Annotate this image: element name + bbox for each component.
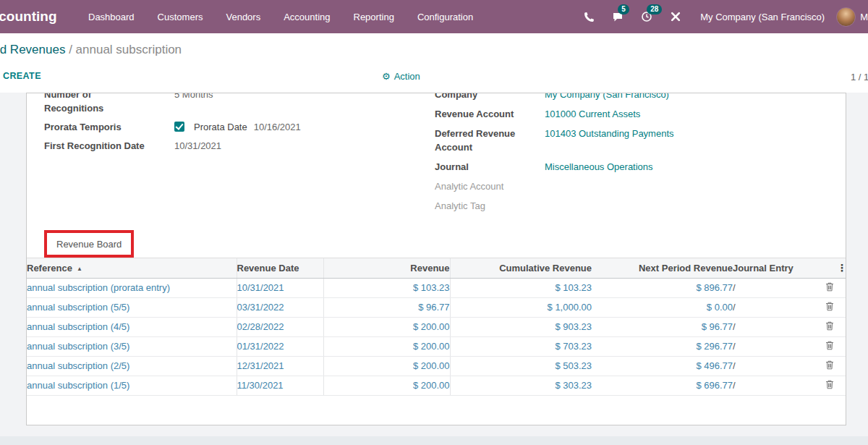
cell-revenue: $ 200.00 — [323, 317, 450, 336]
field-value: 5 Months — [174, 93, 213, 115]
activities-clock-icon[interactable]: 28 — [640, 10, 653, 23]
trash-icon[interactable] — [825, 360, 834, 372]
cell-revenue: $ 200.00 — [323, 376, 450, 395]
cell-revenue: $ 103.23 — [323, 278, 450, 297]
field-label: Prorata Temporis — [44, 120, 153, 134]
cell-reference[interactable]: annual subscription (3/5) — [27, 336, 237, 356]
cell-reference[interactable]: annual subscription (2/5) — [27, 356, 237, 376]
revenue-table-body: annual subscription (prorata entry) 10/3… — [27, 278, 846, 395]
field-analytic-account: Analytic Account — [435, 179, 828, 193]
tab-revenue-board[interactable]: Revenue Board — [56, 239, 122, 250]
form-sheet: Number of Recognitions 5 Months Prorata … — [26, 93, 846, 425]
table-row[interactable]: annual subscription (3/5) 01/31/2022 $ 2… — [27, 336, 846, 356]
field-label: Company — [435, 93, 518, 101]
cell-revenue: $ 96.77 — [323, 297, 450, 317]
topbar-menu-item[interactable]: Customers — [146, 12, 215, 22]
cell-revenue: $ 200.00 — [323, 336, 450, 356]
cell-reference[interactable]: annual subscription (1/5) — [27, 376, 237, 395]
field-label: Number of Recognitions — [44, 93, 153, 115]
app-brand[interactable]: Accounting — [0, 9, 61, 25]
cell-journal-entry: / — [733, 336, 812, 356]
cell-journal-entry: / — [733, 376, 812, 395]
table-header-row: Reference▲ Revenue Date Revenue Cumulati… — [27, 258, 846, 278]
table-row[interactable]: annual subscription (prorata entry) 10/3… — [27, 278, 846, 297]
cell-delete — [812, 278, 846, 297]
topbar-menu-item[interactable]: Vendors — [214, 12, 272, 22]
cell-journal-entry: / — [733, 356, 812, 376]
content-area: Number of Recognitions 5 Months Prorata … — [0, 93, 868, 445]
column-header-journal-entry[interactable]: Journal Entry — [733, 258, 812, 278]
table-row[interactable]: annual subscription (5/5) 03/31/2022 $ 9… — [27, 297, 846, 317]
cell-cumulative-revenue: $ 303.23 — [450, 376, 592, 395]
horizontal-scrollbar[interactable] — [0, 436, 868, 445]
table-row[interactable]: annual subscription (2/5) 12/31/2021 $ 2… — [27, 356, 846, 376]
cell-reference[interactable]: annual subscription (4/5) — [27, 317, 237, 336]
trash-icon[interactable] — [825, 282, 834, 294]
form-group-right: Company My Company (San Francisco) Reven… — [435, 93, 828, 219]
company-switcher[interactable]: My Company (San Francisco) — [700, 12, 825, 22]
tools-icon[interactable] — [669, 10, 682, 23]
topbar-menu-item[interactable]: Dashboard — [77, 12, 146, 22]
kebab-icon: ⋮ — [837, 262, 846, 274]
user-avatar[interactable] — [836, 7, 856, 27]
cell-revenue-date: 11/30/2021 — [237, 376, 323, 395]
create-button[interactable]: CREATE — [3, 71, 41, 81]
activities-badge: 28 — [647, 4, 662, 14]
topbar-menu-item[interactable]: Accounting — [272, 12, 341, 22]
cell-revenue-date: 02/28/2022 — [237, 317, 323, 336]
breadcrumb: Deferred Revenues / annual subscription — [0, 43, 182, 57]
cell-delete — [812, 376, 846, 395]
prorata-date-label: Prorata Date — [194, 120, 247, 134]
column-header-revenue[interactable]: Revenue — [323, 258, 450, 278]
cell-revenue-date: 12/31/2021 — [237, 356, 323, 376]
cell-delete — [812, 297, 846, 317]
column-header-revenue-date[interactable]: Revenue Date — [237, 258, 323, 278]
cell-reference[interactable]: annual subscription (prorata entry) — [27, 278, 237, 297]
cell-cumulative-revenue: $ 503.23 — [450, 356, 592, 376]
deferred-revenue-account-link[interactable]: 101403 Outstanding Payments — [545, 127, 674, 154]
company-link[interactable]: My Company (San Francisco) — [545, 93, 669, 101]
column-header-cumulative-revenue[interactable]: Cumulative Revenue — [450, 258, 592, 278]
trash-icon[interactable] — [825, 341, 834, 352]
action-menu[interactable]: ⚙ Action — [382, 71, 420, 82]
revenue-account-link[interactable]: 101000 Current Assets — [545, 107, 640, 121]
action-menu-label: Action — [394, 71, 420, 82]
trash-icon[interactable] — [825, 380, 834, 391]
column-header-next-period-revenue[interactable]: Next Period Revenue — [592, 258, 733, 278]
breadcrumb-parent-link[interactable]: Deferred Revenues — [0, 43, 65, 56]
notebook-tabbar: Revenue Board — [27, 229, 846, 258]
cell-reference[interactable]: annual subscription (5/5) — [27, 297, 237, 317]
breadcrumb-current: annual subscription — [76, 43, 182, 56]
prorata-date-value: 10/16/2021 — [254, 120, 301, 134]
cell-next-period-revenue: $ 896.77 — [592, 278, 733, 297]
cell-next-period-revenue: $ 0.00 — [592, 297, 733, 317]
column-header-reference[interactable]: Reference▲ — [27, 258, 237, 278]
cell-cumulative-revenue: $ 903.23 — [450, 317, 592, 336]
prorata-checkbox[interactable] — [174, 122, 184, 132]
messages-badge: 5 — [618, 4, 629, 14]
cell-revenue-date: 01/31/2022 — [237, 336, 323, 356]
field-company: Company My Company (San Francisco) — [435, 93, 828, 101]
trash-icon[interactable] — [825, 302, 834, 313]
table-row[interactable]: annual subscription (1/5) 11/30/2021 $ 2… — [27, 376, 846, 395]
field-label: Journal — [435, 160, 518, 174]
table-row[interactable]: annual subscription (4/5) 02/28/2022 $ 2… — [27, 317, 846, 336]
cell-delete — [812, 317, 846, 336]
cell-cumulative-revenue: $ 703.23 — [450, 336, 592, 356]
phone-icon[interactable] — [582, 10, 595, 23]
trash-icon[interactable] — [825, 321, 834, 333]
app-brand-label: Accounting — [0, 9, 57, 25]
pager[interactable]: 1 / 1 — [851, 72, 868, 82]
control-panel: CREATE ⚙ Action 1 / 1 — [0, 65, 868, 93]
topbar-menu-item[interactable]: Reporting — [342, 12, 406, 22]
cell-revenue-date: 03/31/2022 — [237, 297, 323, 317]
field-label: Revenue Account — [435, 107, 518, 121]
cell-delete — [812, 356, 846, 376]
optional-columns-toggle[interactable]: ⋮ — [812, 258, 846, 278]
topbar-menu-item[interactable]: Configuration — [406, 12, 485, 22]
messages-icon[interactable]: 5 — [611, 10, 624, 23]
user-name: M — [860, 12, 868, 22]
cell-revenue-date: 10/31/2021 — [237, 278, 323, 297]
cell-revenue: $ 200.00 — [323, 356, 450, 376]
journal-link[interactable]: Miscellaneous Operations — [545, 160, 653, 174]
